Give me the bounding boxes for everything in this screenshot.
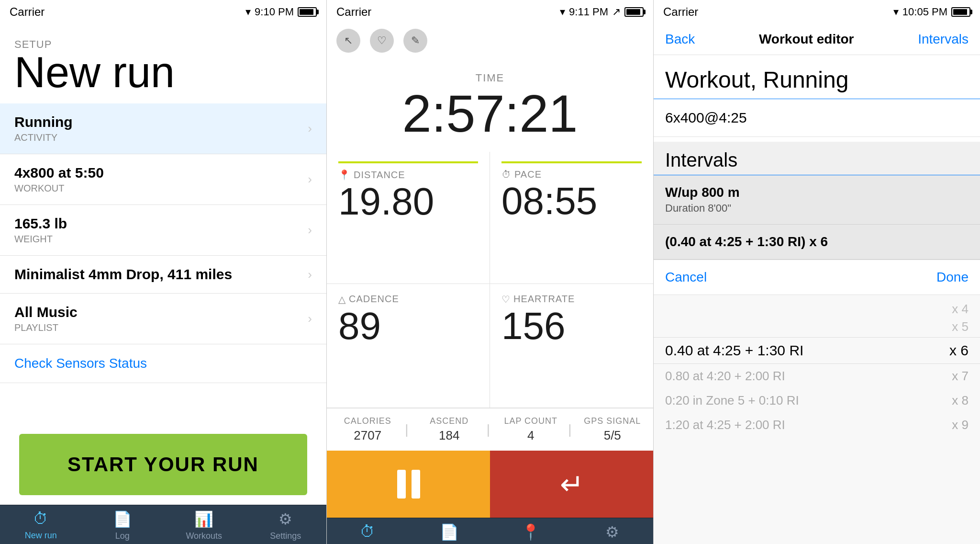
tab-log-label: Log [115,531,130,541]
tab-log[interactable]: 📄 Log [82,510,164,541]
status-bar-3: Carrier ▾ 10:05 PM [654,0,980,24]
return-icon: ↵ [560,467,584,501]
gpssignal-label: GPS SIGNAL [572,416,654,426]
workouts-icon: 📊 [194,510,213,528]
nav-title: Workout editor [759,32,854,47]
time-label: TIME [336,72,644,84]
tab-workouts-label: Workouts [186,531,222,541]
settings-icon: ⚙ [278,510,292,528]
done-button[interactable]: Done [936,270,969,285]
workout-value: 4x800 at 5:50 [14,165,104,181]
tab2-location[interactable]: 📍 [490,523,572,541]
pace-label: ⏱ PACE [501,169,642,180]
tab2-timer[interactable]: ⏱ [327,523,409,541]
active-picker-multiplier: x 6 [949,342,969,359]
active-picker-option: 0.40 at 4:25 + 1:30 RI [665,342,803,359]
heart-icon-btn[interactable]: ♡ [370,29,394,53]
list-item-weight[interactable]: 165.3 lb WEIGHT › [0,205,326,256]
screen-running: Carrier ▾ 9:11 PM ↗ ↖ ♡ ✎ TIME 2:57:21 📍… [327,0,654,544]
heartrate-value: 156 [501,305,642,347]
top-action-icons: ↖ ♡ ✎ [327,24,653,57]
distance-label: 📍 DISTANCE [338,169,478,181]
time-label-2: 9:11 PM [569,6,608,18]
carrier-label: Carrier [10,5,45,19]
workout-label: WORKOUT [14,183,104,194]
intervals-section: Intervals W/up 800 m Duration 8'00" (0.4… [654,142,980,260]
cancel-button[interactable]: Cancel [665,270,707,285]
picker-x6-row-active[interactable]: 0.40 at 4:25 + 1:30 RI x 6 [654,337,980,364]
metric-pace: ⏱ PACE 08:55 [490,152,653,284]
battery-icon [298,7,317,17]
picker-x7-row[interactable]: 0.80 at 4:20 + 2:00 RI x 7 [654,364,980,388]
workout-field[interactable]: 6x400@4:25 [654,99,980,137]
multiplier-x9: x 9 [952,418,969,432]
distance-bar [338,161,478,163]
timer-icon: ⏱ [33,510,48,528]
tab-settings[interactable]: ⚙ Settings [245,510,327,541]
pace-bar [501,161,642,163]
ascend-label: ASCEND [409,416,490,426]
location-pin-icon: 📍 [338,169,351,181]
list-item-workout[interactable]: 4x800 at 5:50 WORKOUT › [0,154,326,205]
list-item-playlist[interactable]: All Music PLAYLIST › [0,294,326,344]
chevron-right-icon: › [308,172,312,187]
time-section: TIME 2:57:21 [327,57,653,152]
tab-workouts[interactable]: 📊 Workouts [163,510,245,541]
gpssignal-value: 5/5 [572,428,654,443]
cadence-value: 89 [338,305,478,347]
screen-workout-editor: Carrier ▾ 10:05 PM Back Workout editor I… [654,0,980,544]
battery-icon-2 [624,7,644,17]
chevron-right-icon: › [308,267,312,282]
status-icons-2: ▾ 9:11 PM ↗ [560,6,644,18]
picker-x9-row[interactable]: 1:20 at 4:25 + 2:00 RI x 9 [654,413,980,437]
navigate-icon-btn[interactable]: ↖ [336,29,360,53]
screen-new-run: Carrier ▾ 9:10 PM SETUP New run Running … [0,0,327,544]
distance-value: 19.80 [338,181,478,223]
tab-new-run-label: New run [25,531,57,541]
list-item-shoes[interactable]: Minimalist 4mm Drop, 411 miles › [0,256,326,294]
intervals-button[interactable]: Intervals [918,32,969,47]
chevron-right-icon: › [308,121,312,136]
edit-icon-btn[interactable]: ✎ [403,29,427,53]
workout-section-title: Workout, Running [654,55,980,99]
list-item-activity[interactable]: Running ACTIVITY › [0,103,326,154]
location-tab-icon: 📍 [521,523,540,541]
tab2-settings[interactable]: ⚙ [572,523,654,541]
warmup-name: W/up 800 m [665,185,969,200]
metrics-grid: 📍 DISTANCE 19.80 ⏱ PACE 08:55 △ CADENCE … [327,152,653,408]
new-run-title: New run [14,51,312,94]
clock-icon: ⏱ [501,169,512,180]
start-button-wrapper: START YOUR RUN [0,419,326,505]
start-run-button[interactable]: START YOUR RUN [19,434,307,495]
wifi-icon-2: ▾ [560,6,565,18]
setup-list: Running ACTIVITY › 4x800 at 5:50 WORKOUT… [0,103,326,419]
sensor-status-link[interactable]: Check Sensors Status [0,344,326,383]
interval-item-warmup[interactable]: W/up 800 m Duration 8'00" [654,175,980,225]
footer-actions: Cancel Done [654,260,980,295]
pause-button[interactable] [327,451,490,518]
chevron-right-icon: › [308,311,312,326]
tab-bar-2: ⏱ 📄 📍 ⚙ [327,518,653,544]
ascend-value: 184 [409,428,490,443]
triangle-icon: △ [338,294,346,305]
pause-icon [397,470,420,499]
metric-distance: 📍 DISTANCE 19.80 [327,152,490,284]
battery-icon-3 [951,7,970,17]
picker-area[interactable]: x 4 x 5 0.40 at 4:25 + 1:30 RI x 6 0.80 … [654,295,980,544]
activity-label: ACTIVITY [14,132,73,143]
interval-item-main[interactable]: (0.40 at 4:25 + 1:30 RI) x 6 [654,225,980,260]
stat-lapcount: LAP COUNT 4 [490,416,572,443]
main-interval-name: (0.40 at 4:25 + 1:30 RI) x 6 [665,234,969,249]
back-button[interactable]: Back [665,32,695,47]
time-label: 9:10 PM [255,6,294,18]
option-x9: 1:20 at 4:25 + 2:00 RI [665,418,785,432]
stop-button[interactable]: ↵ [490,451,653,518]
calories-value: 2707 [327,428,409,443]
picker-x8-row[interactable]: 0:20 in Zone 5 + 0:10 RI x 8 [654,388,980,413]
intervals-header: Intervals [654,142,980,175]
tab2-log[interactable]: 📄 [409,523,490,541]
time-value: 2:57:21 [336,84,644,142]
tab-new-run[interactable]: ⏱ New run [0,510,82,541]
stat-calories: CALORIES 2707 [327,416,409,443]
status-icons-1: ▾ 9:10 PM [245,6,317,18]
